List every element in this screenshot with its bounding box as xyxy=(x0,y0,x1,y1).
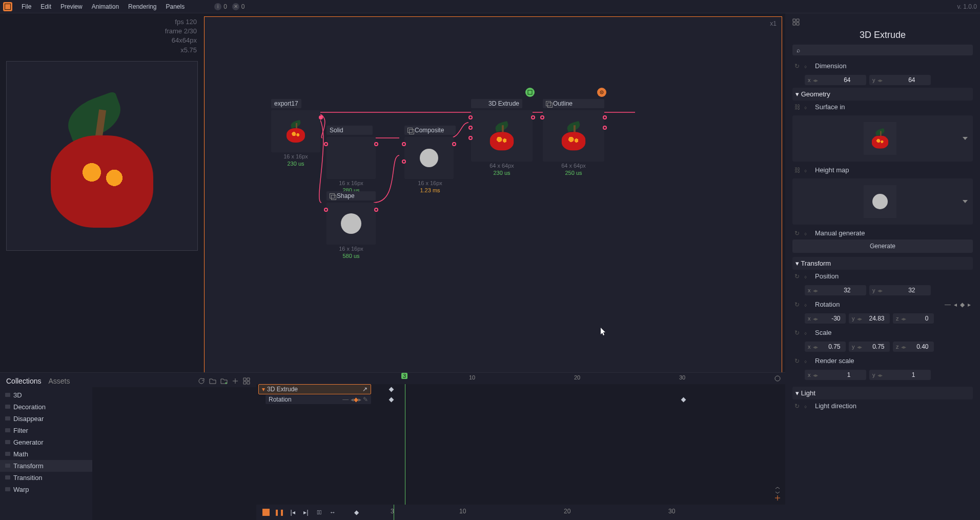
timeline-cursor-mini[interactable] xyxy=(394,505,394,520)
link-icon[interactable]: ⬨ xyxy=(804,167,811,174)
timeline-cursor-line[interactable] xyxy=(405,384,405,505)
refresh-icon[interactable] xyxy=(198,377,205,385)
record-button[interactable]: �⃞ xyxy=(315,508,324,517)
folder-add-icon[interactable] xyxy=(220,377,228,385)
timeline-tracks[interactable]: ▾ 3D Extrude ↗ Rotation — ◂◆▸ ✎ xyxy=(256,384,785,505)
node-export17[interactable]: export17 16 x 16px 230 us xyxy=(271,99,320,167)
node-3d-extrude[interactable]: 3D Extrude 64 x 64px 230 us xyxy=(471,99,533,176)
node-title: Composite xyxy=(404,126,456,135)
grid-view-icon[interactable] xyxy=(792,18,800,26)
coll-item-transform[interactable]: Transform xyxy=(0,460,92,472)
link-icon[interactable]: ⬨ xyxy=(804,230,811,237)
node-composite[interactable]: Composite 16 x 16px 1.23 ms xyxy=(404,126,456,193)
node-outline[interactable]: Outline 64 x 64px 250 us xyxy=(543,99,604,176)
menu-preview[interactable]: Preview xyxy=(60,3,83,10)
inspector-search[interactable]: ⌕ xyxy=(792,45,973,55)
height-map-dropzone[interactable] xyxy=(792,178,973,225)
keyframe[interactable] xyxy=(389,397,394,403)
keyframe[interactable] xyxy=(681,397,686,403)
loop-button[interactable]: ↔ xyxy=(328,508,337,517)
error-badge[interactable]: ✕ 0 xyxy=(232,3,245,10)
menu-panels[interactable]: Panels xyxy=(166,3,185,10)
collections-list[interactable]: 3D Decoration Disappear Filter Generator… xyxy=(0,387,92,520)
scale-x-field[interactable]: x◂▸ xyxy=(805,342,846,352)
tab-assets[interactable]: Assets xyxy=(48,377,70,385)
collections-panel: Collections Assets 3D Decoration Disappe… xyxy=(0,372,256,520)
reset-icon[interactable]: ↻ xyxy=(794,63,802,70)
prev-frame-button[interactable]: |◂ xyxy=(288,508,297,517)
timeline-ruler[interactable]: 3 10 20 30 xyxy=(256,373,785,384)
add-icon[interactable] xyxy=(232,377,239,385)
geometry-section-header[interactable]: ▾ Geometry xyxy=(792,88,973,101)
play-button[interactable] xyxy=(261,508,271,517)
tab-collections[interactable]: Collections xyxy=(6,377,41,385)
coll-item-decoration[interactable]: Decoration xyxy=(0,401,92,413)
transform-section-header[interactable]: ▾ Transform xyxy=(792,257,973,270)
reset-icon[interactable]: ↻ xyxy=(794,230,802,237)
rotation-y-field[interactable]: y◂▸ xyxy=(849,313,890,324)
error-icon: ✕ xyxy=(232,3,239,10)
timeline-reorder-icon[interactable] xyxy=(774,487,781,494)
preview-image xyxy=(35,79,169,233)
canvas-size-label: 64x64px xyxy=(7,36,197,45)
rotation-z-field[interactable]: z◂▸ xyxy=(893,313,934,324)
timeline-node-track[interactable]: ▾ 3D Extrude ↗ xyxy=(258,384,371,394)
frame-label: frame 2/30 xyxy=(7,27,197,36)
pause-button[interactable]: ❚❚ xyxy=(275,508,284,517)
scale-y-field[interactable]: y◂▸ xyxy=(849,342,890,352)
coll-item-filter[interactable]: Filter xyxy=(0,425,92,436)
next-key-icon[interactable]: ▸ xyxy=(968,301,971,308)
coll-item-warp[interactable]: Warp xyxy=(0,484,92,495)
preview-canvas[interactable] xyxy=(6,61,198,251)
search-input[interactable] xyxy=(803,46,969,54)
keyframe[interactable] xyxy=(389,387,394,392)
chevron-down-icon[interactable] xyxy=(963,200,968,203)
prev-key-icon[interactable]: ◂ xyxy=(954,301,957,308)
collections-grid[interactable] xyxy=(92,387,256,520)
keyframe-marker[interactable]: ◆ xyxy=(352,508,361,517)
menu-animation[interactable]: Animation xyxy=(92,3,119,10)
rotation-x-field[interactable]: x◂▸ xyxy=(805,313,846,324)
menu-file[interactable]: File xyxy=(22,3,31,10)
generate-button[interactable]: Generate xyxy=(792,239,973,253)
inspector-title: 3D Extrude xyxy=(792,30,973,41)
render-scale-y-field[interactable]: y◂▸ xyxy=(869,370,931,380)
timeline-property-track[interactable]: Rotation — ◂◆▸ ✎ xyxy=(266,395,371,404)
timeline-add-icon[interactable] xyxy=(774,494,781,502)
node-time: 1.23 ms xyxy=(404,187,456,193)
surface-in-dropzone[interactable] xyxy=(792,115,973,162)
height-map-thumbnail xyxy=(864,185,896,218)
coll-item-generator[interactable]: Generator xyxy=(0,436,92,448)
coll-item-transition[interactable]: Transition xyxy=(0,472,92,484)
scale-z-field[interactable]: z◂▸ xyxy=(893,342,934,352)
light-section-header[interactable]: ▾ Light xyxy=(792,387,973,399)
coll-item-disappear[interactable]: Disappear xyxy=(0,413,92,425)
next-frame-button[interactable]: ▸| xyxy=(301,508,311,517)
tl-tick: 20 xyxy=(574,374,580,381)
position-x-field[interactable]: x◂▸ xyxy=(805,285,866,295)
chain-icon[interactable]: ⛓ xyxy=(794,104,802,111)
timeline-settings-icon[interactable] xyxy=(774,375,781,382)
position-y-field[interactable]: y◂▸ xyxy=(869,285,931,295)
node-solid[interactable]: Solid 16 x 16px 280 us xyxy=(326,126,376,193)
chain-icon[interactable]: ⛓ xyxy=(794,167,802,174)
remove-key-icon[interactable]: — xyxy=(945,301,951,308)
node-shape[interactable]: Shape 16 x 16px 580 us xyxy=(326,191,376,259)
folder-icon[interactable] xyxy=(209,377,216,385)
dimension-y-field[interactable]: y◂▸ xyxy=(869,75,931,85)
coll-item-math[interactable]: Math xyxy=(0,448,92,460)
menu-rendering[interactable]: Rendering xyxy=(128,3,156,10)
node-badge-active-icon xyxy=(525,88,535,97)
dimension-x-field[interactable]: x◂▸ xyxy=(805,75,866,85)
link-icon[interactable]: ⬨ xyxy=(804,63,811,70)
height-map-label: Height map xyxy=(815,166,849,174)
render-scale-x-field[interactable]: x◂▸ xyxy=(805,370,866,380)
key-icon[interactable]: ◆ xyxy=(960,301,965,308)
chevron-down-icon[interactable] xyxy=(963,137,968,140)
popout-icon[interactable]: ↗ xyxy=(362,386,368,393)
menu-edit[interactable]: Edit xyxy=(40,3,51,10)
grid-view-icon[interactable] xyxy=(243,377,250,385)
link-icon[interactable]: ⬨ xyxy=(804,104,811,111)
info-badge[interactable]: i 0 xyxy=(214,3,227,10)
coll-item-3d[interactable]: 3D xyxy=(0,389,92,401)
